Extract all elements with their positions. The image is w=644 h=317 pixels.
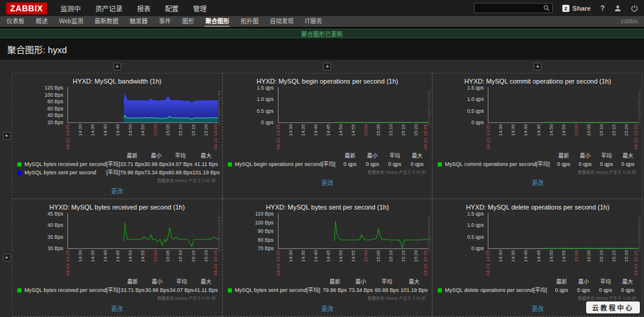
share-label: Share: [572, 5, 591, 12]
monitoring-subnav: 仪表板概述Web监测最新数据触发器事件图形聚合图形拓扑图自动发现IT服务zabb…: [0, 16, 644, 27]
series-color-swatch: [228, 288, 232, 293]
graph-title: HYXD: MySQL commit operations per second…: [436, 78, 639, 85]
change-link[interactable]: 更改: [532, 180, 544, 186]
graph-legend: 最新最小平均最大MySQL bytes received per second[…: [16, 278, 218, 294]
subnav-item[interactable]: 拓扑图: [240, 14, 259, 27]
share-button[interactable]: z Share: [562, 5, 591, 12]
status-banner-message: 聚合图形已更新: [301, 29, 343, 38]
graph-plot[interactable]: [67, 87, 218, 123]
search-box[interactable]: [474, 3, 553, 13]
graph-footer-note: 数据来自 history 产生于 0.02 秒: [227, 169, 429, 175]
logout-icon[interactable]: [631, 5, 638, 12]
add-screen-cell-button[interactable]: +: [3, 254, 11, 261]
add-screen-cell-button[interactable]: +: [534, 63, 541, 70]
graph-cell: HYXD: MySQL bytes received per second (1…: [12, 199, 222, 316]
x-axis-labels: 04-21 14:2514:3014:3514:4014:4514:5014:5…: [67, 249, 218, 277]
top-menu-item[interactable]: 配置: [165, 0, 179, 17]
change-link[interactable]: 更改: [111, 188, 123, 195]
graph-plot[interactable]: [67, 213, 218, 249]
series-color-swatch: [17, 171, 21, 175]
zabbix-watermark: http://www.zabbix.com: [638, 90, 642, 126]
graph-plot[interactable]: [278, 87, 429, 123]
subnav-item[interactable]: 概述: [35, 14, 48, 27]
y-axis-labels: 45 Bps40 Bps35 Bps30 Bps: [16, 213, 67, 249]
graph-legend: 最新最小平均最大MySQL commit operations per seco…: [436, 152, 639, 168]
graph-cell: HYXD: MySQL delete operations per second…: [432, 199, 643, 316]
zabbix-watermark: http://www.zabbix.com: [218, 90, 221, 126]
graph-legend: 最新最小平均最大MySQL bytes sent per second[平均]7…: [227, 278, 429, 294]
y-axis-labels: 1.5 qps1.0 qps0.5 qps0 qps: [227, 87, 278, 123]
y-axis-labels: 1.5 qps1.0 qps0.5 qps0 qps: [436, 213, 488, 249]
y-axis-labels: 1.5 qps1.0 qps0.5 qps0 qps: [436, 87, 488, 123]
graph-footer-note: 数据来自 history 产生于 0.02 秒: [16, 177, 218, 183]
graph-title: HYXD: MySQL delete operations per second…: [436, 204, 639, 211]
change-link[interactable]: 更改: [532, 306, 544, 312]
y-axis-labels: 120 Bps100 Bps80 Bps60 Bps40 Bps20 Bps: [16, 87, 67, 123]
graph-footer-note: 数据来自 history 产生于 0.02 秒: [227, 295, 429, 301]
top-bar-right: z Share ?: [474, 3, 638, 13]
graph-title: HYXD: MySQL bytes received per second (1…: [16, 204, 218, 211]
graph-title: HYXD: MySQL bytes sent per second (1h): [227, 204, 429, 211]
x-axis-labels: 04-21 14:2514:3014:3514:4014:4514:5014:5…: [488, 123, 639, 151]
screen-grid: ++++HYXD: MySQL bandwidth (1h)120 Bps100…: [1, 60, 643, 317]
change-link[interactable]: 更改: [111, 306, 123, 312]
screen-area: ++++HYXD: MySQL bandwidth (1h)120 Bps100…: [0, 60, 644, 317]
top-menu-item[interactable]: 监测中: [60, 0, 81, 17]
help-button[interactable]: ?: [600, 4, 605, 13]
graph-plot[interactable]: [278, 213, 429, 249]
series-color-swatch: [228, 162, 232, 167]
subnav-item[interactable]: IT服务: [304, 14, 323, 27]
x-axis-labels: 04-21 14:2514:3014:3514:4014:4514:5014:5…: [278, 249, 429, 277]
top-menu-item[interactable]: 报表: [137, 0, 151, 17]
zabbix-watermark: http://www.zabbix.com: [428, 216, 431, 252]
graph-footer-note: 数据来自 history 产生于 0.02 秒: [16, 295, 218, 301]
series-color-swatch: [438, 288, 442, 293]
status-banner: 聚合图形已更新: [0, 29, 644, 38]
top-menu-item[interactable]: 资产记录: [95, 0, 123, 17]
top-menu: 监测中资产记录报表配置管理: [60, 0, 207, 17]
add-screen-cell-button[interactable]: +: [3, 132, 11, 140]
graph-cell: HYXD: MySQL bytes sent per second (1h)11…: [222, 199, 433, 316]
watermark-badge: 云教程中心: [586, 301, 640, 313]
zabbix-watermark: http://www.zabbix.com: [218, 216, 221, 252]
subnav-item[interactable]: 自动发现: [269, 14, 294, 27]
zabbix-share-icon: z: [562, 5, 569, 12]
top-bar: ZABBIX 监测中资产记录报表配置管理 z Share ?: [0, 0, 644, 16]
x-axis-labels: 04-21 14:2514:3014:3514:4014:4514:5014:5…: [488, 249, 639, 277]
series-color-swatch: [438, 162, 442, 167]
graph-cell: HYXD: MySQL commit operations per second…: [432, 73, 643, 199]
user-profile-icon[interactable]: [614, 5, 621, 12]
graph-legend: 最新最小平均最大MySQL begin operations per secon…: [227, 152, 429, 168]
search-icon[interactable]: [543, 5, 550, 11]
x-axis-labels: 04-21 14:2514:3014:3514:4014:4514:5014:5…: [67, 123, 218, 151]
graph-cell: HYXD: MySQL bandwidth (1h)120 Bps100 Bps…: [12, 73, 222, 199]
search-input[interactable]: [477, 5, 543, 11]
subnav-right-label: zabbix: [621, 18, 638, 27]
x-axis-labels: 04-21 14:2514:3014:3514:4014:4514:5014:5…: [278, 123, 429, 151]
change-link[interactable]: 更改: [321, 180, 333, 186]
subnav-item[interactable]: 仪表板: [6, 14, 25, 27]
graph-title: HYXD: MySQL begin operations per second …: [227, 78, 429, 85]
series-color-swatch: [17, 288, 21, 293]
graph-cell: HYXD: MySQL begin operations per second …: [222, 73, 433, 199]
graph-footer-note: 数据来自 history 产生于 0.02 秒: [436, 295, 639, 301]
graph-legend: 最新最小平均最大MySQL bytes received per second[…: [16, 152, 218, 177]
series-color-swatch: [17, 162, 21, 167]
y-axis-labels: 110 Bps100 Bps90 Bps80 Bps70 Bps: [227, 213, 278, 249]
graph-plot[interactable]: [488, 213, 639, 249]
top-menu-item[interactable]: 管理: [193, 0, 207, 17]
add-screen-cell-button[interactable]: +: [113, 63, 121, 70]
zabbix-logo[interactable]: ZABBIX: [6, 2, 47, 14]
change-link[interactable]: 更改: [321, 306, 333, 312]
page-title: 聚合图形: hyxd: [0, 38, 644, 60]
graph-legend: 最新最小平均最大MySQL delete operations per seco…: [436, 278, 639, 294]
add-screen-cell-button[interactable]: +: [323, 63, 331, 70]
graph-title: HYXD: MySQL bandwidth (1h): [16, 78, 218, 85]
graph-plot[interactable]: [488, 87, 639, 123]
subnav-item[interactable]: 聚合图形: [205, 14, 230, 27]
zabbix-watermark: http://www.zabbix.com: [638, 216, 642, 252]
zabbix-watermark: http://www.zabbix.com: [428, 90, 431, 126]
graph-footer-note: 数据来自 history 产生于 0.02 秒: [436, 169, 639, 175]
